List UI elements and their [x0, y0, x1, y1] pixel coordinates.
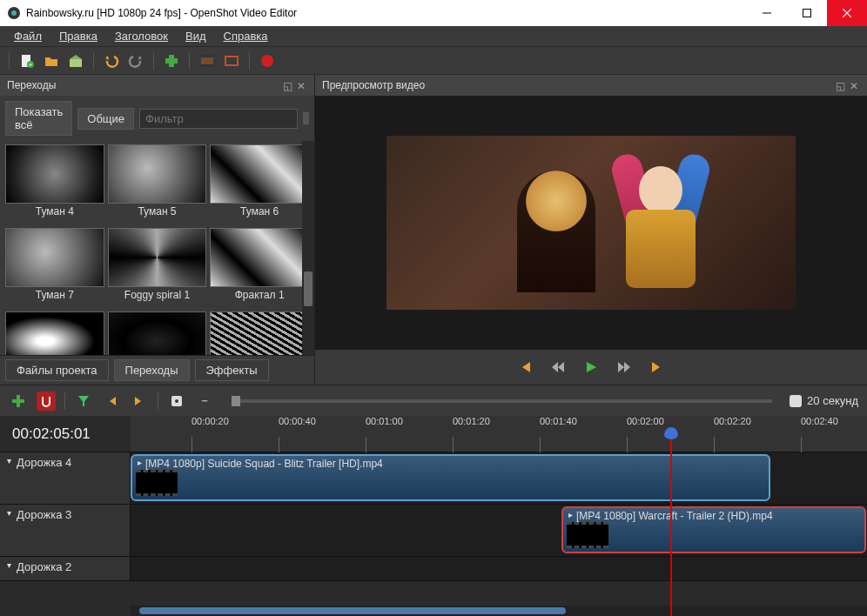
tab-project-files[interactable]: Файлы проекта	[5, 359, 109, 381]
transitions-scrollbar[interactable]	[302, 141, 314, 355]
preview-panel-header: Предпросмотр видео ◱ ✕	[315, 75, 867, 96]
zoom-out-icon[interactable]: −	[195, 392, 214, 411]
jump-start-icon[interactable]	[516, 358, 534, 376]
timeline-ruler[interactable]: 00:00:20 00:00:40 00:01:00 00:01:20 00:0…	[131, 416, 867, 452]
window-title: Rainbowsky.ru [HD 1080p 24 fps] - OpenSh…	[26, 7, 747, 19]
panel-float-icon[interactable]: ◱	[836, 80, 846, 90]
transition-item[interactable]: Туман 6	[210, 144, 309, 224]
svg-rect-18	[12, 399, 24, 403]
track-header[interactable]: ▾Дорожка 2	[0, 557, 131, 580]
maximize-button[interactable]	[787, 0, 827, 26]
app-icon	[7, 6, 21, 20]
export-video-icon[interactable]	[259, 52, 276, 70]
menu-file[interactable]: Файл	[5, 28, 50, 44]
fullscreen-icon[interactable]	[223, 52, 240, 70]
track-body[interactable]: ▸ [MP4 1080p] Warcraft - Trailer 2 (HD).…	[131, 505, 867, 556]
menu-edit[interactable]: Правка	[50, 28, 106, 44]
svg-rect-15	[225, 57, 238, 65]
open-project-icon[interactable]	[43, 52, 60, 70]
track-row: ▾Дорожка 4 ▸ [MP4 1080p] Suicide Squad -…	[0, 452, 867, 505]
zoom-level-label: 20 секунд	[790, 394, 858, 407]
clip-label: [MP4 1080p] Suicide Squad - Blitz Traile…	[145, 458, 383, 470]
collapse-icon[interactable]: ▾	[7, 456, 11, 465]
clip-label: [MP4 1080p] Warcraft - Trailer 2 (HD).mp…	[576, 510, 773, 522]
jump-end-icon[interactable]	[649, 358, 666, 376]
transition-item[interactable]	[210, 311, 309, 355]
collapse-icon[interactable]: ▾	[7, 560, 11, 570]
panel-float-icon[interactable]: ◱	[283, 80, 293, 90]
svg-point-16	[261, 55, 273, 67]
video-frame	[386, 136, 796, 310]
svg-rect-11	[165, 58, 178, 64]
import-files-icon[interactable]	[163, 52, 180, 70]
prev-marker-icon[interactable]	[102, 392, 121, 411]
marker-icon[interactable]	[74, 392, 93, 411]
timecode-display: 00:02:05:01	[0, 416, 131, 452]
svg-text:+: +	[29, 62, 32, 68]
clip-expand-icon[interactable]: ▸	[568, 510, 573, 519]
clip-thumbnail	[567, 522, 608, 548]
preview-panel-title: Предпросмотр видео	[322, 79, 425, 91]
close-button[interactable]	[827, 0, 867, 26]
new-project-icon[interactable]: +	[18, 52, 36, 70]
transition-item[interactable]: Фрактал 1	[210, 228, 309, 308]
collapse-icon[interactable]: ▾	[7, 508, 11, 518]
transition-item[interactable]	[108, 311, 207, 355]
panel-close-icon[interactable]: ✕	[850, 80, 860, 90]
transition-item[interactable]	[5, 311, 104, 355]
timeline-clip[interactable]: ▸ [MP4 1080p] Suicide Squad - Blitz Trai…	[131, 454, 770, 501]
transitions-panel-title: Переходы	[7, 79, 56, 91]
track-body[interactable]	[131, 557, 867, 580]
rewind-icon[interactable]	[549, 358, 567, 376]
timeline-toolbar: − 20 секунд	[0, 385, 867, 416]
filter-show-all-button[interactable]: Показать всё	[5, 101, 72, 136]
menu-help[interactable]: Справка	[215, 28, 277, 44]
svg-point-1	[11, 10, 17, 16]
track-header[interactable]: ▾Дорожка 3	[0, 505, 131, 556]
filter-common-button[interactable]: Общие	[77, 108, 134, 130]
transition-item[interactable]: Foggy spiral 1	[108, 228, 207, 308]
play-icon[interactable]	[582, 358, 600, 376]
transitions-panel-header: Переходы ◱ ✕	[0, 75, 314, 96]
undo-icon[interactable]	[103, 52, 120, 70]
panel-close-icon[interactable]: ✕	[297, 80, 307, 90]
track-row: ▾Дорожка 3 ▸ [MP4 1080p] Warcraft - Trai…	[0, 505, 867, 557]
transition-item[interactable]: Туман 5	[108, 144, 207, 224]
menu-view[interactable]: Вид	[177, 28, 215, 44]
playhead[interactable]	[670, 429, 672, 616]
zoom-box-icon	[790, 395, 802, 407]
center-playhead-icon[interactable]	[167, 392, 186, 411]
fast-forward-icon[interactable]	[615, 358, 633, 376]
timeline-horizontal-scrollbar[interactable]	[131, 606, 867, 616]
snap-icon[interactable]	[37, 392, 56, 411]
svg-rect-9	[70, 59, 82, 67]
menu-title[interactable]: Заголовок	[106, 28, 177, 44]
filter-input[interactable]	[139, 109, 298, 129]
tab-transitions[interactable]: Переходы	[114, 359, 190, 381]
track-body[interactable]: ▸ [MP4 1080p] Suicide Squad - Blitz Trai…	[131, 452, 867, 504]
main-toolbar: +	[0, 47, 867, 75]
window-titlebar: Rainbowsky.ru [HD 1080p 24 fps] - OpenSh…	[0, 0, 867, 26]
svg-rect-14	[201, 64, 213, 67]
redo-icon[interactable]	[127, 52, 144, 70]
tab-effects[interactable]: Эффекты	[195, 359, 269, 381]
svg-rect-13	[201, 55, 213, 57]
track-header[interactable]: ▾Дорожка 4	[0, 452, 131, 504]
zoom-slider[interactable]	[232, 399, 772, 403]
video-preview[interactable]	[315, 96, 867, 350]
timeline-clip[interactable]: ▸ [MP4 1080p] Warcraft - Trailer 2 (HD).…	[561, 506, 866, 553]
transition-item[interactable]: Туман 7	[5, 228, 104, 308]
filter-extra-icon[interactable]	[303, 112, 309, 124]
transitions-grid: Туман 4 Туман 5 Туман 6 Туман 7 Foggy sp…	[0, 141, 314, 355]
add-track-icon[interactable]	[9, 392, 28, 411]
minimize-button[interactable]	[747, 0, 787, 26]
save-project-icon[interactable]	[67, 52, 84, 70]
track-row: ▾Дорожка 2	[0, 557, 867, 581]
transition-item[interactable]: Туман 4	[5, 144, 104, 224]
next-marker-icon[interactable]	[130, 392, 149, 411]
left-panel-tabs: Файлы проекта Переходы Эффекты	[0, 355, 314, 385]
timeline: 00:02:05:01 00:00:20 00:00:40 00:01:00 0…	[0, 416, 867, 616]
profile-icon[interactable]	[198, 52, 216, 70]
clip-expand-icon[interactable]: ▸	[138, 458, 142, 467]
playback-controls	[315, 350, 867, 385]
